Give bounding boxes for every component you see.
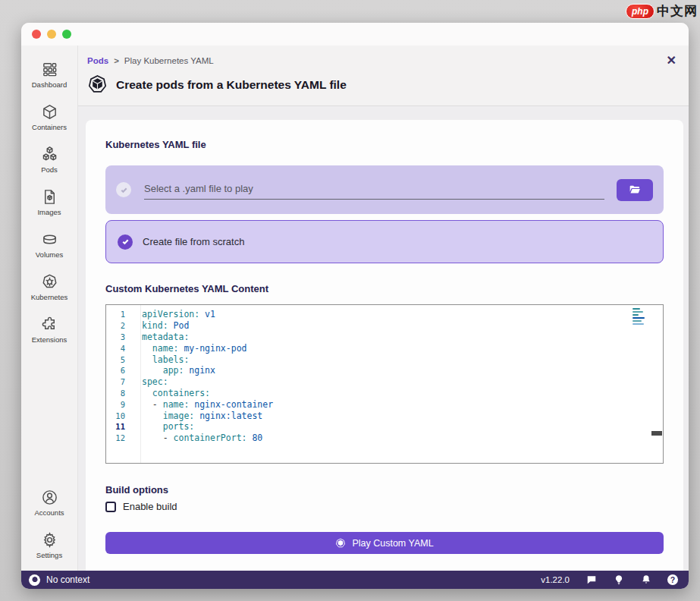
editor-minimap[interactable] bbox=[633, 308, 651, 325]
status-bar: No context v1.22.0 ? bbox=[21, 571, 689, 589]
window-controls bbox=[32, 30, 71, 39]
volumes-icon bbox=[41, 231, 58, 248]
sidebar-item-containers[interactable]: Containers bbox=[21, 96, 77, 138]
code-text: spec: bbox=[133, 376, 168, 387]
sidebar-item-label: Settings bbox=[36, 551, 62, 559]
extensions-icon bbox=[41, 316, 58, 333]
enable-build-checkbox[interactable] bbox=[105, 502, 116, 512]
kube-context-selector[interactable]: No context bbox=[29, 574, 89, 586]
code-text: containers: bbox=[133, 388, 210, 398]
form-card: Kubernetes YAML file bbox=[86, 120, 683, 571]
help-icon[interactable]: ? bbox=[667, 574, 678, 585]
accounts-icon bbox=[41, 489, 58, 506]
sidebar-item-settings[interactable]: Settings bbox=[21, 524, 77, 566]
code-text: ports: bbox=[133, 421, 194, 432]
code-line: 7spec: bbox=[106, 376, 663, 388]
zoom-window-button[interactable] bbox=[62, 30, 71, 39]
sidebar-item-label: Containers bbox=[32, 123, 67, 131]
scratch-option-label: Create file from scratch bbox=[143, 236, 244, 247]
line-number: 12 bbox=[106, 433, 133, 442]
app-version: v1.22.0 bbox=[541, 575, 570, 584]
sidebar-item-label: Dashboard bbox=[32, 80, 67, 89]
sidebar-item-label: Accounts bbox=[34, 508, 64, 517]
code-text: app: nginx bbox=[133, 365, 215, 376]
file-input-wrap bbox=[144, 180, 604, 200]
desktop-background: php 中文网 Dashboard Containers bbox=[0, 0, 700, 601]
code-line: 4 name: my-nginx-pod bbox=[106, 342, 663, 354]
code-text: name: my-nginx-pod bbox=[133, 343, 247, 354]
play-button-label: Play Custom YAML bbox=[352, 538, 433, 549]
build-options-label: Build options bbox=[105, 484, 664, 496]
pod-icon bbox=[87, 74, 108, 95]
sidebar-item-images[interactable]: Images bbox=[21, 181, 77, 223]
line-number: 6 bbox=[106, 366, 133, 375]
code-line: 10 image: nginx:latest bbox=[106, 410, 663, 421]
sidebar-item-accounts[interactable]: Accounts bbox=[21, 481, 77, 524]
page-header: Pods > Play Kubernetes YAML ✕ Create pod… bbox=[78, 46, 689, 106]
code-text: image: nginx:latest bbox=[133, 411, 262, 421]
code-text: - name: nginx-container bbox=[133, 399, 273, 410]
code-line: 9 - name: nginx-container bbox=[106, 398, 663, 410]
yaml-file-input[interactable] bbox=[144, 180, 604, 200]
check-icon bbox=[118, 234, 133, 250]
line-number: 2 bbox=[106, 321, 133, 330]
images-icon bbox=[41, 188, 58, 206]
sidebar: Dashboard Containers Pods Images Volumes bbox=[21, 46, 78, 571]
close-window-button[interactable] bbox=[32, 30, 41, 39]
main-panel: Pods > Play Kubernetes YAML ✕ Create pod… bbox=[78, 46, 689, 571]
minimize-window-button[interactable] bbox=[47, 30, 56, 39]
yaml-file-section-label: Kubernetes YAML file bbox=[105, 139, 664, 150]
gutter-divider bbox=[140, 305, 141, 463]
breadcrumb-current: Play Kubernetes YAML bbox=[124, 56, 214, 65]
bell-icon[interactable] bbox=[640, 574, 651, 586]
code-text: kind: Pod bbox=[133, 320, 189, 331]
page-title: Create pods from a Kubernetes YAML file bbox=[116, 78, 347, 92]
yaml-file-picker-box bbox=[105, 165, 664, 214]
sidebar-item-kubernetes[interactable]: Kubernetes bbox=[21, 266, 77, 308]
line-number: 10 bbox=[106, 411, 133, 420]
editor-section-label: Custom Kubernetes YAML Content bbox=[105, 283, 664, 294]
lightbulb-icon[interactable] bbox=[613, 574, 624, 586]
code-text: metadata: bbox=[133, 332, 189, 342]
code-line: 2kind: Pod bbox=[106, 320, 663, 332]
pod-play-icon bbox=[335, 538, 346, 549]
sidebar-item-dashboard[interactable]: Dashboard bbox=[21, 53, 77, 96]
breadcrumb-pods-link[interactable]: Pods bbox=[87, 56, 108, 65]
enable-build-row: Enable build bbox=[105, 501, 664, 512]
statusbar-right: v1.22.0 ? bbox=[541, 574, 678, 586]
line-number: 8 bbox=[106, 389, 133, 398]
sidebar-item-extensions[interactable]: Extensions bbox=[21, 308, 77, 351]
sidebar-item-volumes[interactable]: Volumes bbox=[21, 223, 77, 266]
line-number: 7 bbox=[106, 377, 133, 386]
code-line: 3metadata: bbox=[106, 332, 663, 343]
close-icon[interactable]: ✕ bbox=[667, 55, 676, 67]
context-label: No context bbox=[46, 574, 89, 585]
line-number: 1 bbox=[106, 310, 133, 319]
play-custom-yaml-button[interactable]: Play Custom YAML bbox=[105, 532, 664, 554]
window-titlebar bbox=[21, 23, 689, 46]
code-line: 12 - containerPort: 80 bbox=[106, 433, 663, 444]
content-area: Kubernetes YAML file bbox=[78, 106, 689, 571]
browse-file-button[interactable] bbox=[617, 179, 653, 201]
sidebar-item-pods[interactable]: Pods bbox=[21, 138, 77, 181]
title-row: Create pods from a Kubernetes YAML file bbox=[87, 74, 676, 95]
breadcrumb-separator: > bbox=[114, 56, 119, 65]
line-number: 11 bbox=[106, 422, 133, 431]
enable-build-label: Enable build bbox=[123, 501, 177, 512]
editor-scrollbar[interactable] bbox=[651, 431, 662, 436]
code-text: apiVersion: v1 bbox=[133, 309, 215, 319]
file-option-check-icon[interactable] bbox=[116, 182, 131, 197]
pods-icon bbox=[41, 146, 58, 163]
context-icon bbox=[29, 574, 40, 586]
code-text: labels: bbox=[133, 354, 189, 365]
code-text: - containerPort: 80 bbox=[133, 433, 262, 443]
code-line: 5 labels: bbox=[106, 354, 663, 365]
yaml-code-editor[interactable]: 1apiVersion: v1 2kind: Pod 3metadata: 4 … bbox=[105, 304, 664, 464]
code-line: 8 containers: bbox=[106, 388, 663, 399]
feedback-comment-icon[interactable] bbox=[585, 574, 597, 586]
line-number: 4 bbox=[106, 344, 133, 353]
breadcrumb: Pods > Play Kubernetes YAML ✕ bbox=[87, 55, 676, 67]
line-number: 9 bbox=[106, 400, 133, 409]
line-number: 3 bbox=[106, 332, 133, 341]
create-from-scratch-option[interactable]: Create file from scratch bbox=[105, 220, 664, 263]
